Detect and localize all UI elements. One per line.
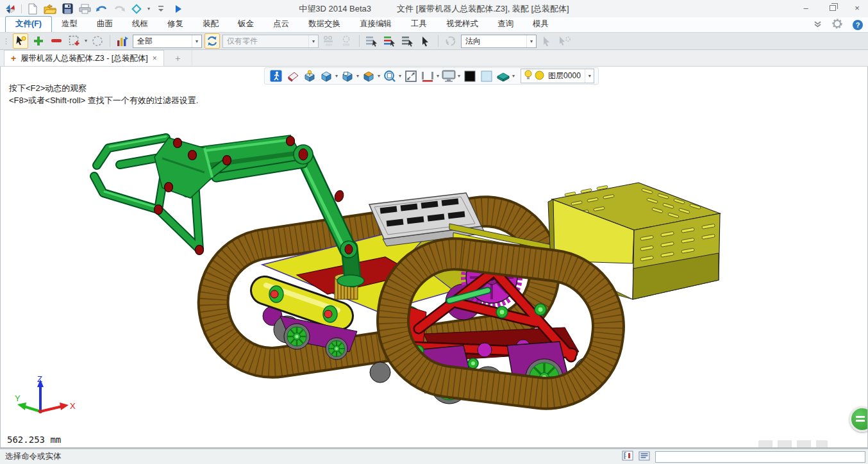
- divider: [438, 35, 438, 47]
- pick-cursor-icon[interactable]: [418, 33, 433, 49]
- pick-last-list-icon[interactable]: [400, 33, 415, 49]
- layer-visibility-bulb-icon[interactable]: [524, 70, 533, 82]
- minimize-button[interactable]: –: [797, 2, 814, 13]
- close-button[interactable]: ×: [849, 2, 865, 13]
- ribbon-tab-sheetmetal[interactable]: 钣金: [228, 17, 263, 32]
- ribbon-tab-wireframe[interactable]: 线框: [122, 17, 158, 32]
- print-icon[interactable]: [78, 3, 91, 15]
- zw3d-window: ▾ 中望3D 2014 Beta3 文件 [履带机器人总装配体.Z3], 装配 …: [0, 0, 868, 464]
- ribbon-tab-shape[interactable]: 造型: [52, 17, 87, 32]
- chevron-down-icon[interactable]: ▾: [192, 35, 201, 47]
- zoom-fit-icon[interactable]: [420, 69, 435, 83]
- layer-color-icon[interactable]: [535, 70, 544, 82]
- y-axis-label: Y: [15, 394, 21, 403]
- ribbon-tab-inquire[interactable]: 查询: [488, 17, 523, 32]
- view-navigation-caret-icon[interactable]: ▾: [147, 6, 150, 12]
- model-viewport[interactable]: 按下<F2>动态的观察 <F8>或者<Shift-roll> 查找下一个有效的过…: [0, 67, 868, 449]
- status-message: 选择命令或实体: [5, 451, 62, 462]
- hint-line-1: 按下<F2>动态的观察: [9, 82, 198, 94]
- zoom-lens-caret-icon[interactable]: ▾: [399, 74, 401, 79]
- display-mode-icon[interactable]: [441, 69, 456, 83]
- lasso-select-icon[interactable]: [90, 33, 105, 49]
- app-logo-icon[interactable]: [4, 3, 17, 15]
- view-navigation-icon[interactable]: [130, 3, 143, 15]
- layer-control[interactable]: 图层0000 ▾: [521, 69, 594, 83]
- window-select-caret-icon[interactable]: ▾: [85, 38, 87, 44]
- define-group-icon[interactable]: [339, 33, 355, 49]
- chevron-down-icon[interactable]: ▾: [308, 35, 318, 47]
- window-controls: – ×: [797, 2, 865, 13]
- background-black-swatch[interactable]: [462, 69, 477, 83]
- settings-gear-icon[interactable]: [832, 19, 842, 31]
- filter-scope-dropdown[interactable]: 全部 ▾: [133, 35, 202, 48]
- zoom-window-icon[interactable]: [403, 69, 418, 83]
- app-title: 中望3D 2014 Beta3: [299, 3, 371, 15]
- ribbon-tab-dataexchange[interactable]: 数据交换: [299, 17, 350, 32]
- zoom-fit-caret-icon[interactable]: ▾: [437, 74, 439, 79]
- help-icon[interactable]: ?: [853, 20, 863, 30]
- coordinate-triad: Z X Y: [15, 374, 76, 423]
- regen-filter-icon[interactable]: [204, 33, 220, 49]
- view-image-icon[interactable]: [340, 69, 355, 83]
- ribbon-tab-tools[interactable]: 工具: [401, 17, 437, 32]
- start-icon[interactable]: [172, 3, 185, 15]
- ground-plane-icon[interactable]: [496, 69, 510, 83]
- window-select-icon[interactable]: [67, 33, 82, 49]
- zoom-lens-icon[interactable]: [382, 69, 397, 83]
- pick-filter-icon[interactable]: [13, 33, 28, 49]
- new-file-icon[interactable]: [26, 3, 39, 15]
- ribbon-tab-repair[interactable]: 修复: [158, 17, 193, 32]
- layer-caret-icon[interactable]: ▾: [585, 69, 591, 83]
- pick-from-list-icon[interactable]: [364, 33, 380, 49]
- toolbar-grip-icon[interactable]: ⋮: [3, 37, 9, 46]
- ribbon-tab-pointcloud[interactable]: 点云: [263, 17, 299, 32]
- ribbon-tab-surface[interactable]: 曲面: [87, 17, 122, 32]
- tab-close-icon[interactable]: ×: [153, 54, 157, 63]
- restore-button[interactable]: [823, 2, 840, 13]
- select-cursor2-icon[interactable]: [539, 33, 555, 49]
- output-log-icon[interactable]: [638, 451, 650, 463]
- isometric-view-icon[interactable]: [361, 69, 376, 83]
- part-filter-dropdown[interactable]: 仅有零件 ▾: [222, 35, 319, 48]
- pick-from-colored-list-icon[interactable]: [382, 33, 397, 49]
- add-select-icon[interactable]: [31, 33, 46, 49]
- isometric-view-caret-icon[interactable]: ▾: [378, 74, 380, 79]
- exit-icon[interactable]: [269, 69, 283, 83]
- hint-line-2: <F8>或者<Shift-roll> 查找下一个有效的过滤器设置.: [9, 94, 198, 106]
- define-set-icon[interactable]: [321, 33, 337, 49]
- ribbon-tab-mold[interactable]: 模具: [523, 17, 558, 32]
- z-axis-label: Z: [37, 374, 42, 384]
- remove-select-icon[interactable]: [49, 33, 64, 49]
- view-image-caret-icon[interactable]: ▾: [356, 74, 359, 79]
- new-document-tab-button[interactable]: +: [164, 50, 192, 66]
- undo-icon[interactable]: [96, 3, 108, 15]
- redo-icon[interactable]: [113, 3, 126, 15]
- color-filter-icon[interactable]: [115, 33, 130, 49]
- ribbon-tab-file[interactable]: 文件(F): [5, 16, 52, 32]
- model-canvas[interactable]: [1, 67, 867, 448]
- document-tab-active[interactable]: + 履带机器人总装配体.Z3 - [总装配体] ×: [4, 50, 164, 66]
- erase-icon[interactable]: [285, 69, 300, 83]
- background-blue-swatch[interactable]: [479, 69, 494, 83]
- select-options-icon[interactable]: [557, 33, 572, 49]
- left-road-wheel-2: [326, 338, 347, 360]
- ribbon-tab-directedit[interactable]: 直接编辑: [350, 17, 401, 32]
- display-mode-caret-icon[interactable]: ▾: [458, 74, 460, 79]
- chevron-down-icon[interactable]: ▾: [526, 35, 536, 47]
- open-file-icon[interactable]: [44, 3, 56, 15]
- ribbon-tab-visualstyle[interactable]: 视觉样式: [437, 17, 488, 32]
- orientation-dropdown[interactable]: 法向 ▾: [461, 35, 537, 48]
- view-cube-icon[interactable]: [319, 69, 333, 83]
- collapse-ribbon-icon[interactable]: [814, 21, 822, 29]
- ribbon-tab-assembly[interactable]: 装配: [193, 17, 228, 32]
- ground-plane-caret-icon[interactable]: ▾: [512, 74, 515, 79]
- view-cube-caret-icon[interactable]: ▾: [335, 74, 338, 79]
- status-input-field[interactable]: [655, 451, 865, 463]
- title-bar: ▾ 中望3D 2014 Beta3 文件 [履带机器人总装配体.Z3], 装配 …: [0, 0, 868, 17]
- filter-list-status-icon[interactable]: [622, 451, 633, 463]
- quick-access-toolbar: ▾: [0, 3, 185, 15]
- pin-view-icon[interactable]: [302, 69, 317, 83]
- save-icon[interactable]: [61, 3, 74, 15]
- toolbar-options-icon[interactable]: [154, 3, 167, 15]
- reorient-icon[interactable]: [443, 33, 458, 49]
